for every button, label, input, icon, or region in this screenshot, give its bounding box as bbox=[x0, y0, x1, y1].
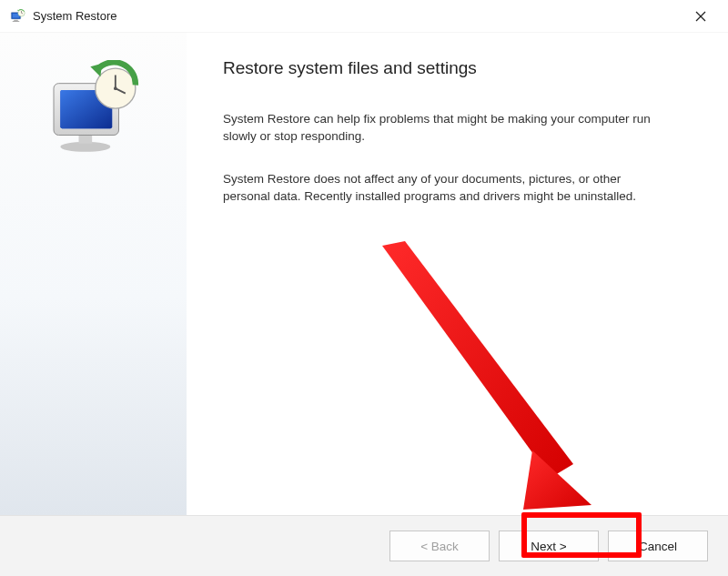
next-button[interactable]: Next > bbox=[499, 531, 599, 561]
description-paragraph-2: System Restore does not affect any of yo… bbox=[223, 171, 660, 206]
wizard-footer: < Back Next > Cancel bbox=[0, 515, 728, 576]
system-restore-icon bbox=[9, 8, 25, 25]
svg-marker-17 bbox=[90, 64, 102, 77]
close-button[interactable] bbox=[682, 3, 719, 30]
svg-rect-2 bbox=[14, 19, 18, 21]
description-paragraph-1: System Restore can help fix problems tha… bbox=[223, 111, 660, 146]
page-title: Restore system files and settings bbox=[223, 58, 692, 78]
titlebar: System Restore bbox=[0, 0, 728, 33]
window-title: System Restore bbox=[33, 9, 116, 23]
svg-rect-3 bbox=[13, 21, 20, 22]
system-restore-illustration-icon bbox=[44, 60, 144, 160]
close-icon bbox=[695, 11, 706, 22]
back-button[interactable]: < Back bbox=[389, 531, 490, 561]
wizard-sidebar bbox=[0, 33, 187, 515]
cancel-button[interactable]: Cancel bbox=[608, 531, 708, 561]
wizard-content: Restore system files and settings System… bbox=[187, 33, 728, 515]
wizard-body: Restore system files and settings System… bbox=[0, 33, 728, 515]
